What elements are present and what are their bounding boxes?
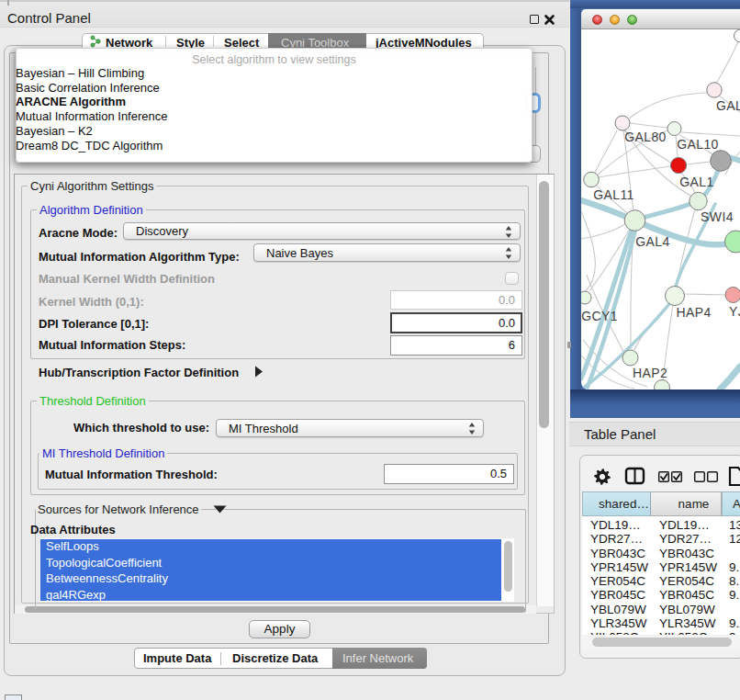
svg-text:YJ: YJ — [729, 304, 740, 319]
svg-text:GAL11: GAL11 — [593, 187, 634, 202]
svg-text:GAL4: GAL4 — [635, 234, 669, 249]
svg-text:GAL8: GAL8 — [716, 98, 740, 113]
svg-text:GCY1: GCY1 — [581, 309, 618, 323]
svg-text:HAP2: HAP2 — [633, 366, 667, 380]
svg-text:GAL80: GAL80 — [624, 130, 667, 144]
svg-text:SWI4: SWI4 — [701, 209, 734, 224]
svg-text:HAP4: HAP4 — [676, 305, 711, 320]
svg-text:GAL10: GAL10 — [677, 137, 719, 152]
svg-text:GAL1: GAL1 — [679, 175, 713, 189]
